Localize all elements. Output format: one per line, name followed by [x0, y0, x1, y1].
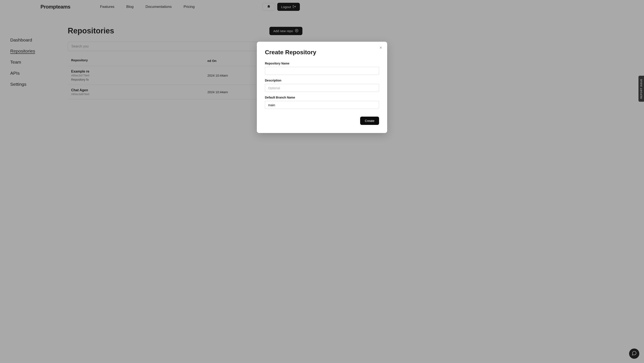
description-label: Description: [265, 79, 310, 82]
branch-name-input[interactable]: [265, 101, 310, 109]
modal-title: Create Repository: [265, 49, 310, 56]
description-input[interactable]: [265, 84, 310, 92]
modal-footer: Create: [265, 117, 310, 125]
branch-name-label: Default Branch Name: [265, 96, 310, 99]
repo-name-input[interactable]: [265, 67, 310, 75]
repo-name-label: Repository Name: [265, 62, 310, 65]
modal-overlay[interactable]: Create Repository Repository Name Descri…: [0, 0, 310, 175]
create-repository-modal: Create Repository Repository Name Descri…: [257, 42, 310, 133]
